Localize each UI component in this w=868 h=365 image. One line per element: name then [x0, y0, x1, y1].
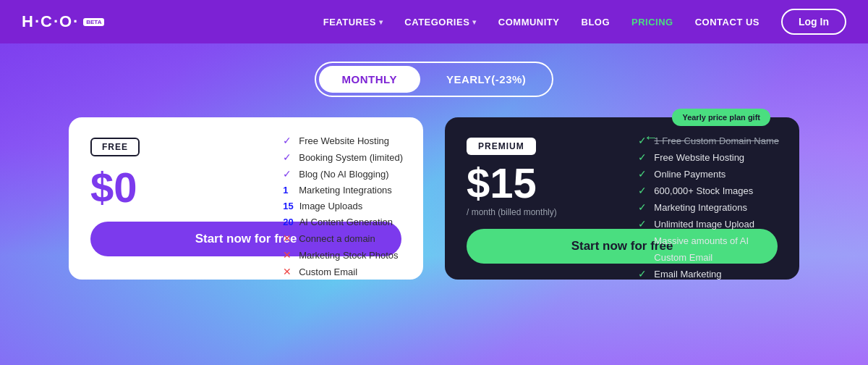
- check-icon: ✓: [283, 135, 293, 146]
- list-item: ✓ Free Website Hosting: [638, 151, 779, 163]
- list-item: ✓ Booking System (limited): [283, 151, 403, 163]
- list-item: ✓ Custom Email: [638, 251, 779, 263]
- list-item: 15 Image Uploads: [283, 201, 403, 211]
- check-icon: ✓: [283, 151, 293, 163]
- nav-blog[interactable]: BLOG: [582, 17, 610, 28]
- check-icon: ✓: [638, 251, 648, 263]
- chevron-down-icon: ▾: [379, 18, 383, 26]
- list-item: ✓ Free Website Hosting: [283, 135, 403, 146]
- nav-categories[interactable]: CATEGORIES ▾: [404, 17, 477, 28]
- free-plan-card: FREE $0 ✓ Free Website Hosting ✓ Booking…: [69, 117, 423, 280]
- list-item: 1 Marketing Integrations: [283, 185, 403, 196]
- x-icon: ✕: [283, 249, 293, 261]
- feature-number: 20: [283, 217, 293, 227]
- list-item: ✓ Massive amounts of AI: [638, 235, 779, 246]
- list-item: ✓ 600,000+ Stock Images: [638, 185, 779, 196]
- feature-number: 15: [283, 201, 293, 211]
- main-content: MONTHLY YEARLY(-23%) FREE $0 ✓ Free Webs…: [0, 43, 868, 294]
- x-icon: ✕: [283, 232, 293, 244]
- premium-features-list: ✓ 1 Free Custom Domain Name ✓ Free Websi…: [638, 135, 779, 280]
- list-item: ✓ 1 Free Custom Domain Name: [638, 135, 779, 146]
- logo-text: H·C·O·: [22, 12, 79, 31]
- list-item: ✕ Connect a domain: [283, 232, 403, 244]
- check-icon: ✓: [638, 201, 648, 213]
- list-item: 20 AI Content Generation: [283, 217, 403, 227]
- check-icon: ✓: [638, 135, 648, 146]
- check-icon: ✓: [283, 168, 293, 180]
- check-icon: ✓: [638, 218, 648, 230]
- check-icon: ✓: [638, 168, 648, 180]
- list-item: ✓ Unlimited Image Upload: [638, 218, 779, 230]
- nav-community[interactable]: COMMUNITY: [498, 17, 560, 28]
- feature-number: 1: [283, 185, 293, 196]
- list-item: ✕ Custom Email: [283, 266, 403, 277]
- nav-links: FEATURES ▾ CATEGORIES ▾ COMMUNITY BLOG P…: [323, 17, 760, 28]
- chevron-down-icon: ▾: [472, 18, 477, 26]
- list-item: ✓ Online Payments: [638, 168, 779, 180]
- premium-plan-card: Yearly price plan gift ← PREMIUM $15 / m…: [445, 117, 799, 280]
- x-icon: ✕: [283, 266, 293, 277]
- nav-contact[interactable]: CONTACT US: [695, 17, 760, 28]
- check-icon: ✓: [638, 268, 648, 280]
- beta-badge: BETA: [83, 18, 104, 26]
- check-icon: ✓: [638, 185, 648, 196]
- free-features-list: ✓ Free Website Hosting ✓ Booking System …: [283, 135, 403, 277]
- yearly-option[interactable]: YEARLY(-23%): [423, 66, 549, 93]
- monthly-option[interactable]: MONTHLY: [319, 66, 420, 93]
- list-item: ✓ Blog (No AI Blogging): [283, 168, 403, 180]
- yearly-gift-badge: Yearly price plan gift: [672, 109, 770, 126]
- nav-pricing[interactable]: PRICING: [631, 17, 673, 28]
- login-button[interactable]: Log In: [781, 9, 846, 35]
- billing-toggle: MONTHLY YEARLY(-23%): [29, 62, 839, 97]
- list-item: ✕ Marketing Stock Photos: [283, 249, 403, 261]
- premium-plan-badge: PREMIUM: [467, 138, 536, 155]
- check-icon: ✓: [638, 151, 648, 163]
- check-icon: ✓: [638, 235, 648, 246]
- pricing-cards: FREE $0 ✓ Free Website Hosting ✓ Booking…: [29, 117, 839, 280]
- nav-features[interactable]: FEATURES ▾: [323, 17, 383, 28]
- list-item: ✓ Marketing Integrations: [638, 201, 779, 213]
- toggle-pill: MONTHLY YEARLY(-23%): [315, 62, 554, 97]
- free-plan-badge: FREE: [90, 138, 140, 156]
- logo[interactable]: H·C·O· BETA: [22, 12, 104, 31]
- navbar: H·C·O· BETA FEATURES ▾ CATEGORIES ▾ COMM…: [0, 0, 868, 43]
- list-item: ✓ Email Marketing: [638, 268, 779, 280]
